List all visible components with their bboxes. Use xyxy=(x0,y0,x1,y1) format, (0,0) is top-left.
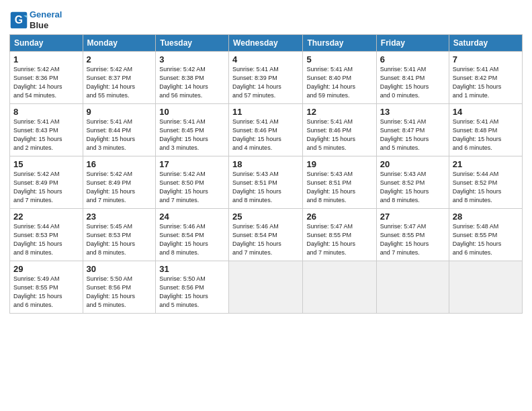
day-number: 28 xyxy=(453,212,519,222)
day-info: Sunrise: 5:50 AMSunset: 8:56 PMDaylight:… xyxy=(87,275,152,310)
calendar-cell: 2Sunrise: 5:42 AMSunset: 8:37 PMDaylight… xyxy=(83,52,156,104)
calendar-cell: 27Sunrise: 5:47 AMSunset: 8:55 PMDayligh… xyxy=(376,209,449,261)
day-number: 16 xyxy=(87,159,152,169)
logo-text: General Blue xyxy=(30,9,62,30)
weekday-tuesday: Tuesday xyxy=(156,35,229,52)
calendar-cell: 29Sunrise: 5:49 AMSunset: 8:55 PMDayligh… xyxy=(10,261,83,314)
calendar-cell: 9Sunrise: 5:41 AMSunset: 8:44 PMDaylight… xyxy=(83,104,156,156)
day-info: Sunrise: 5:45 AMSunset: 8:53 PMDaylight:… xyxy=(87,222,152,257)
day-number: 31 xyxy=(159,264,225,274)
day-number: 26 xyxy=(306,212,372,222)
day-info: Sunrise: 5:47 AMSunset: 8:55 PMDaylight:… xyxy=(380,222,445,257)
weekday-monday: Monday xyxy=(83,35,156,52)
calendar-cell: 20Sunrise: 5:43 AMSunset: 8:52 PMDayligh… xyxy=(376,156,449,209)
calendar-table: SundayMondayTuesdayWednesdayThursdayFrid… xyxy=(9,34,523,314)
calendar-cell: 28Sunrise: 5:48 AMSunset: 8:55 PMDayligh… xyxy=(449,209,522,261)
day-number: 1 xyxy=(13,54,79,64)
day-number: 9 xyxy=(87,107,152,117)
week-row-2: 8Sunrise: 5:41 AMSunset: 8:43 PMDaylight… xyxy=(10,104,523,156)
calendar-cell: 31Sunrise: 5:50 AMSunset: 8:56 PMDayligh… xyxy=(156,261,229,314)
weekday-wednesday: Wednesday xyxy=(229,35,303,52)
day-info: Sunrise: 5:42 AMSunset: 8:50 PMDaylight:… xyxy=(159,170,225,205)
day-number: 12 xyxy=(306,107,372,117)
day-info: Sunrise: 5:41 AMSunset: 8:47 PMDaylight:… xyxy=(380,118,445,152)
day-info: Sunrise: 5:46 AMSunset: 8:54 PMDaylight:… xyxy=(159,222,225,257)
day-info: Sunrise: 5:41 AMSunset: 8:46 PMDaylight:… xyxy=(306,118,372,152)
week-row-4: 22Sunrise: 5:44 AMSunset: 8:53 PMDayligh… xyxy=(10,209,523,261)
calendar-cell: 12Sunrise: 5:41 AMSunset: 8:46 PMDayligh… xyxy=(303,104,376,156)
week-row-3: 15Sunrise: 5:42 AMSunset: 8:49 PMDayligh… xyxy=(10,156,523,209)
day-info: Sunrise: 5:41 AMSunset: 8:40 PMDaylight:… xyxy=(306,65,372,100)
calendar-cell: 10Sunrise: 5:41 AMSunset: 8:45 PMDayligh… xyxy=(156,104,229,156)
calendar-cell: 6Sunrise: 5:41 AMSunset: 8:41 PMDaylight… xyxy=(376,52,449,104)
day-info: Sunrise: 5:41 AMSunset: 8:44 PMDaylight:… xyxy=(87,118,152,152)
calendar-cell: 7Sunrise: 5:41 AMSunset: 8:42 PMDaylight… xyxy=(449,52,522,104)
day-number: 21 xyxy=(453,159,519,169)
day-number: 23 xyxy=(87,212,152,222)
calendar-cell xyxy=(303,261,376,314)
calendar-cell: 16Sunrise: 5:42 AMSunset: 8:49 PMDayligh… xyxy=(83,156,156,209)
day-info: Sunrise: 5:41 AMSunset: 8:42 PMDaylight:… xyxy=(453,65,519,100)
weekday-saturday: Saturday xyxy=(449,35,522,52)
day-number: 15 xyxy=(13,159,79,169)
day-number: 18 xyxy=(232,159,299,169)
logo: G General Blue xyxy=(9,9,62,30)
day-number: 13 xyxy=(380,107,445,117)
weekday-sunday: Sunday xyxy=(10,35,83,52)
day-info: Sunrise: 5:46 AMSunset: 8:54 PMDaylight:… xyxy=(232,222,299,257)
calendar-cell: 14Sunrise: 5:41 AMSunset: 8:48 PMDayligh… xyxy=(449,104,522,156)
day-number: 5 xyxy=(306,54,372,64)
calendar-cell: 19Sunrise: 5:43 AMSunset: 8:51 PMDayligh… xyxy=(303,156,376,209)
calendar-cell: 24Sunrise: 5:46 AMSunset: 8:54 PMDayligh… xyxy=(156,209,229,261)
day-number: 22 xyxy=(13,212,79,222)
week-row-5: 29Sunrise: 5:49 AMSunset: 8:55 PMDayligh… xyxy=(10,261,523,314)
calendar-cell: 21Sunrise: 5:44 AMSunset: 8:52 PMDayligh… xyxy=(449,156,522,209)
day-number: 19 xyxy=(306,159,372,169)
calendar-cell xyxy=(229,261,303,314)
day-number: 25 xyxy=(232,212,299,222)
day-info: Sunrise: 5:44 AMSunset: 8:53 PMDaylight:… xyxy=(13,222,79,257)
day-number: 2 xyxy=(87,54,152,64)
day-number: 10 xyxy=(159,107,225,117)
calendar-cell: 17Sunrise: 5:42 AMSunset: 8:50 PMDayligh… xyxy=(156,156,229,209)
calendar-cell xyxy=(449,261,522,314)
calendar-cell: 11Sunrise: 5:41 AMSunset: 8:46 PMDayligh… xyxy=(229,104,303,156)
day-number: 6 xyxy=(380,54,445,64)
calendar-cell: 25Sunrise: 5:46 AMSunset: 8:54 PMDayligh… xyxy=(229,209,303,261)
calendar-cell: 8Sunrise: 5:41 AMSunset: 8:43 PMDaylight… xyxy=(10,104,83,156)
day-number: 8 xyxy=(13,107,79,117)
day-info: Sunrise: 5:50 AMSunset: 8:56 PMDaylight:… xyxy=(159,275,225,310)
calendar-cell: 26Sunrise: 5:47 AMSunset: 8:55 PMDayligh… xyxy=(303,209,376,261)
calendar-cell xyxy=(376,261,449,314)
calendar-cell: 4Sunrise: 5:41 AMSunset: 8:39 PMDaylight… xyxy=(229,52,303,104)
day-number: 17 xyxy=(159,159,225,169)
weekday-thursday: Thursday xyxy=(303,35,376,52)
day-number: 29 xyxy=(13,264,79,274)
day-info: Sunrise: 5:42 AMSunset: 8:49 PMDaylight:… xyxy=(13,170,79,205)
calendar-cell: 1Sunrise: 5:42 AMSunset: 8:36 PMDaylight… xyxy=(10,52,83,104)
calendar-cell: 30Sunrise: 5:50 AMSunset: 8:56 PMDayligh… xyxy=(83,261,156,314)
calendar-cell: 18Sunrise: 5:43 AMSunset: 8:51 PMDayligh… xyxy=(229,156,303,209)
calendar-cell: 3Sunrise: 5:42 AMSunset: 8:38 PMDaylight… xyxy=(156,52,229,104)
day-number: 4 xyxy=(232,54,299,64)
calendar-cell: 15Sunrise: 5:42 AMSunset: 8:49 PMDayligh… xyxy=(10,156,83,209)
day-info: Sunrise: 5:49 AMSunset: 8:55 PMDaylight:… xyxy=(13,275,79,310)
day-info: Sunrise: 5:41 AMSunset: 8:41 PMDaylight:… xyxy=(380,65,445,100)
day-info: Sunrise: 5:41 AMSunset: 8:43 PMDaylight:… xyxy=(13,118,79,152)
day-number: 14 xyxy=(453,107,519,117)
day-info: Sunrise: 5:41 AMSunset: 8:39 PMDaylight:… xyxy=(232,65,299,100)
calendar-cell: 13Sunrise: 5:41 AMSunset: 8:47 PMDayligh… xyxy=(376,104,449,156)
day-info: Sunrise: 5:47 AMSunset: 8:55 PMDaylight:… xyxy=(306,222,372,257)
day-info: Sunrise: 5:48 AMSunset: 8:55 PMDaylight:… xyxy=(453,222,519,257)
day-number: 24 xyxy=(159,212,225,222)
day-number: 27 xyxy=(380,212,445,222)
day-info: Sunrise: 5:43 AMSunset: 8:51 PMDaylight:… xyxy=(306,170,372,205)
logo-icon: G xyxy=(9,11,28,30)
calendar-cell: 22Sunrise: 5:44 AMSunset: 8:53 PMDayligh… xyxy=(10,209,83,261)
weekday-friday: Friday xyxy=(376,35,449,52)
header: G General Blue xyxy=(9,7,523,30)
svg-text:G: G xyxy=(15,14,23,26)
week-row-1: 1Sunrise: 5:42 AMSunset: 8:36 PMDaylight… xyxy=(10,52,523,104)
day-number: 3 xyxy=(159,54,225,64)
day-info: Sunrise: 5:43 AMSunset: 8:51 PMDaylight:… xyxy=(232,170,299,205)
